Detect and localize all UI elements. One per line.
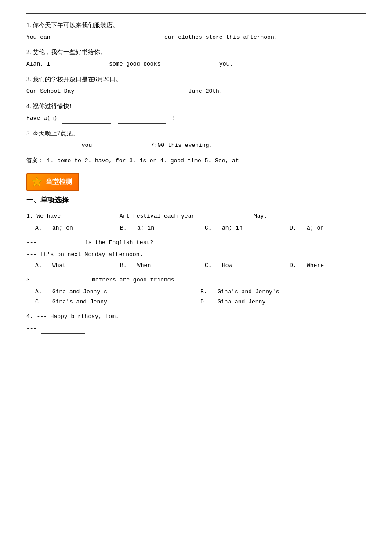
mc-q2-option-b: B. When	[120, 261, 205, 270]
mc-q2-dialogue-1: --- is the English test?	[26, 237, 366, 248]
question-1-cn: 1. 你今天下午可以来我们服装店。	[26, 22, 366, 29]
q5-blank-1	[28, 143, 76, 150]
q2-text-part3: you.	[219, 61, 233, 67]
q4-blank-2	[118, 117, 166, 124]
mc-q1-option-a: A. an; on	[35, 224, 120, 232]
q5-text-part1: you	[82, 142, 92, 149]
mc-q3-blank	[38, 278, 87, 285]
mc-q3-option-b: B. Gina's and Jenny's	[200, 288, 366, 296]
section1-title: 一、单项选择	[26, 196, 366, 205]
mc-q1-option-b: B. a; in	[120, 224, 205, 232]
mc-q1-option-d: D. a; on	[290, 224, 374, 232]
q1-text-part1: You can	[26, 34, 51, 40]
q4-text-part2: !	[171, 115, 175, 121]
q1-blank-1	[55, 35, 104, 42]
mc-q3-text: 3. mothers are good friends.	[26, 275, 366, 285]
mc-q1-text: 1. We have Art Festival each year May.	[26, 211, 366, 221]
exercise-4: 4. 祝你过得愉快! Have a(n) !	[26, 102, 366, 123]
mc-q3-option-a: A. Gina and Jenny's	[35, 288, 200, 296]
mc-q4-blank	[41, 327, 85, 334]
q3-blank-2	[135, 89, 183, 96]
answer-section: 答案： 1. come to 2. have, for 3. is on 4. …	[26, 157, 366, 166]
question-2-cn: 2. 艾伦，我有一些好书给你。	[26, 48, 366, 56]
mc-q3-option-d: D. Gina and Jenny	[200, 298, 366, 306]
mc-q3-num: 3.	[26, 277, 36, 283]
answer-text: 1. come to 2. have, for 3. is on 4. good…	[47, 157, 239, 164]
badge-text: 当堂检测	[46, 178, 72, 186]
mc-q2-option-d: D. Where	[290, 261, 374, 270]
question-2-en: Alan, I some good books you.	[26, 59, 366, 69]
mc-q2-option-a: A. What	[35, 261, 120, 270]
mc-q4-dialogue-2: --- .	[26, 323, 366, 334]
exercise-3: 3. 我们的学校开放日是在6月20日。 Our School Day June …	[26, 76, 366, 96]
exercise-2: 2. 艾伦，我有一些好书给你。 Alan, I some good books …	[26, 48, 366, 69]
q3-text-part1: Our School Day	[26, 88, 74, 95]
mc-q1-text-part2: Art Festival each year	[120, 213, 195, 219]
mc-q1-blank-2	[200, 214, 248, 221]
mc-q2-option-c: C. How	[205, 261, 290, 270]
question-3-en: Our School Day June 20th.	[26, 86, 366, 96]
mc-q2-dialogue-2: --- It's on next Monday afternoon.	[26, 249, 366, 260]
q4-text-part1: Have a(n)	[26, 115, 57, 121]
badge-container: 当堂检测	[26, 173, 366, 191]
q3-text-part2: June 20th.	[189, 88, 223, 95]
mc-question-4: 4. --- Happy birthday, Tom. --- .	[26, 311, 366, 334]
mc-q3-options: A. Gina and Jenny's B. Gina's and Jenny'…	[35, 288, 366, 306]
mc-q1-option-c: C. an; in	[205, 224, 290, 232]
question-3-cn: 3. 我们的学校开放日是在6月20日。	[26, 76, 366, 84]
mc-question-1: 1. We have Art Festival each year May. A…	[26, 211, 366, 232]
q2-text-part2: some good books	[109, 61, 160, 67]
q5-text-part2: 7:00 this evening.	[151, 142, 212, 149]
exercise-1: 1. 你今天下午可以来我们服装店。 You can our clothes st…	[26, 22, 366, 42]
q1-text-part2: our clothes store this afternoon.	[164, 34, 277, 40]
q3-blank-1	[80, 89, 128, 96]
mc-q2-blank	[41, 241, 80, 248]
badge-icon	[31, 176, 43, 188]
mc-q1-text-part1: 1. We have	[26, 213, 61, 219]
section-badge: 当堂检测	[26, 173, 79, 191]
q4-blank-1	[62, 117, 111, 124]
answer-label: 答案：	[26, 157, 44, 164]
question-5-cn: 5. 今天晚上7点见。	[26, 130, 366, 138]
mc-q4-dash: ---	[26, 325, 40, 332]
mc-q1-text-part3: May.	[254, 213, 267, 219]
q5-blank-2	[97, 143, 145, 150]
mc-q1-options: A. an; on B. a; in C. an; in D. a; on	[35, 224, 374, 232]
mc-q2-options: A. What B. When C. How D. Where	[35, 261, 374, 270]
mc-q2-text-dash: ---	[26, 239, 40, 246]
q2-blank-1	[55, 62, 104, 69]
mc-q1-blank-1	[66, 214, 114, 221]
q2-blank-2	[166, 62, 214, 69]
mc-q2-text-rest: is the English test?	[85, 239, 153, 246]
q2-text-part1: Alan, I	[26, 61, 51, 67]
mc-q4-period: .	[89, 325, 93, 332]
question-4-en: Have a(n) !	[26, 113, 366, 123]
mc-question-2: --- is the English test? --- It's on nex…	[26, 237, 366, 269]
mc-q3-text-rest: mothers are good friends.	[92, 277, 178, 283]
exercise-5: 5. 今天晚上7点见。 you 7:00 this evening.	[26, 130, 366, 150]
mc-q3-option-c: C. Gina's and Jenny	[35, 298, 200, 306]
question-1-en: You can our clothes store this afternoon…	[26, 32, 366, 42]
mc-question-3: 3. mothers are good friends. A. Gina and…	[26, 275, 366, 306]
question-5-en: you 7:00 this evening.	[26, 140, 366, 150]
top-divider	[26, 13, 366, 14]
q1-blank-2	[111, 35, 159, 42]
mc-q4-dialogue-1: 4. --- Happy birthday, Tom.	[26, 311, 366, 322]
question-4-cn: 4. 祝你过得愉快!	[26, 102, 366, 110]
